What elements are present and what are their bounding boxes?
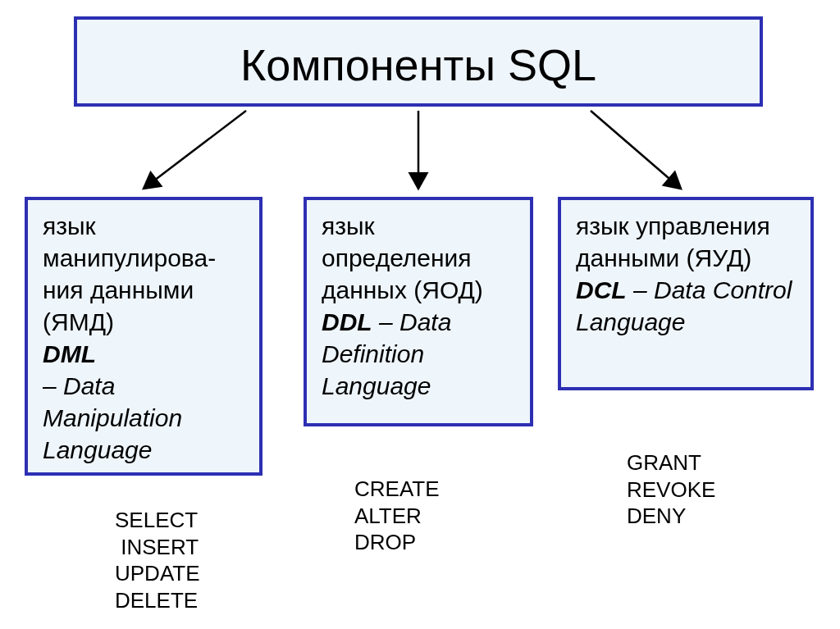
ddl-box: язык определения данных (ЯОД) DDL – Data… xyxy=(304,197,533,426)
ddl-line1: язык xyxy=(322,212,375,239)
dml-expansion: – Data Manipulation Language xyxy=(43,372,182,463)
dcl-box: язык управления данными (ЯУД) DCL – Data… xyxy=(558,197,814,390)
svg-line-0 xyxy=(144,111,246,189)
dml-commands: SELECT INSERT UPDATE DELETE xyxy=(115,507,200,613)
title-box: Компоненты SQL xyxy=(74,16,763,107)
dcl-line2: данными (ЯУД) xyxy=(576,244,751,271)
dml-line4: (ЯМД) xyxy=(43,308,114,335)
ddl-commands: CREATE ALTER DROP xyxy=(354,476,440,556)
dcl-commands: GRANT REVOKE DENY xyxy=(627,449,715,530)
dml-line3: ния данными xyxy=(43,276,194,303)
dcl-abbr: DCL xyxy=(576,276,627,303)
diagram-canvas: Компоненты SQL язык манипулирова- ния да… xyxy=(0,0,840,629)
dml-line2: манипулирова- xyxy=(43,244,216,271)
title-text: Компоненты SQL xyxy=(240,40,596,89)
dml-abbr: DML xyxy=(43,340,96,367)
dml-line1: язык xyxy=(43,212,96,239)
ddl-line3: данных (ЯОД) xyxy=(322,276,483,303)
dml-box: язык манипулирова- ния данными (ЯМД) DML… xyxy=(25,197,262,476)
dcl-line1: язык управления xyxy=(576,212,770,239)
ddl-abbr: DDL xyxy=(322,308,372,335)
svg-line-2 xyxy=(591,111,681,189)
ddl-line2: определения xyxy=(322,244,472,271)
